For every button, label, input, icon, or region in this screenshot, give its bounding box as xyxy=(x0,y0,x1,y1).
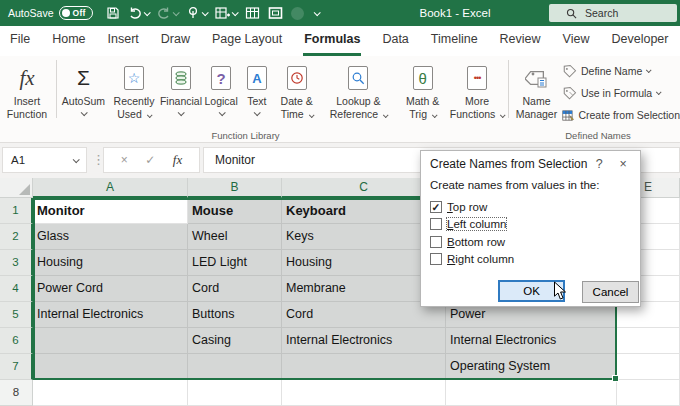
column-header-a[interactable]: A xyxy=(33,178,188,198)
text-button[interactable]: A Text xyxy=(240,56,273,130)
select-all-button[interactable] xyxy=(0,178,33,198)
option-bottom-row[interactable]: Bottom row xyxy=(430,233,640,251)
cell-B7[interactable] xyxy=(188,354,282,380)
tab-formulas[interactable]: Formulas xyxy=(303,26,361,56)
cell-C6[interactable]: Internal Electronics xyxy=(282,328,446,354)
financial-button[interactable]: Financial xyxy=(160,56,202,130)
tab-timeline[interactable]: Timeline xyxy=(430,26,479,56)
tab-insert[interactable]: Insert xyxy=(107,26,140,56)
cell-B3[interactable]: LED Light xyxy=(188,250,282,276)
row-header-7[interactable]: 7 xyxy=(0,354,33,380)
undo-button[interactable] xyxy=(125,2,152,24)
row-header-4[interactable]: 4 xyxy=(0,276,33,302)
autosum-button[interactable]: Σ AutoSum xyxy=(59,56,108,130)
create-from-selection-button[interactable]: Create from Selection xyxy=(562,106,680,124)
search-box[interactable]: Search xyxy=(549,4,677,22)
chevron-down-icon xyxy=(432,112,438,118)
chevron-down-icon xyxy=(143,9,150,16)
checkbox-unchecked-icon[interactable] xyxy=(430,253,442,265)
cell-C7[interactable] xyxy=(282,354,446,380)
chevron-down-icon xyxy=(308,112,314,118)
touch-mouse-mode-button[interactable] xyxy=(183,2,210,24)
search-label: Search xyxy=(585,7,618,19)
option-left-column[interactable]: Left column xyxy=(430,216,640,234)
cell-B4[interactable]: Cord xyxy=(188,276,282,302)
tab-file[interactable]: File xyxy=(9,26,31,56)
cell-C8[interactable] xyxy=(282,380,446,406)
tab-developer[interactable]: Developer xyxy=(610,26,669,56)
table-format-button[interactable] xyxy=(242,2,263,24)
button-label: Text xyxy=(247,95,266,108)
autosave-toggle[interactable]: Off xyxy=(59,6,93,20)
tab-draw[interactable]: Draw xyxy=(160,26,191,56)
checkbox-unchecked-icon[interactable] xyxy=(430,236,442,248)
borders-button[interactable] xyxy=(265,2,286,24)
cell-B8[interactable] xyxy=(188,380,282,406)
use-in-formula-button[interactable]: Use in Formula xyxy=(562,84,680,102)
column-header-b[interactable]: B xyxy=(188,178,282,198)
insert-function-button[interactable]: fx Insert Function xyxy=(0,56,54,130)
row-header-6[interactable]: 6 xyxy=(0,328,33,354)
cell-B5[interactable]: Buttons xyxy=(188,302,282,328)
insert-cells-button[interactable] xyxy=(212,2,240,24)
cell-A6[interactable] xyxy=(33,328,188,354)
save-button[interactable] xyxy=(103,2,123,24)
cell-A8[interactable] xyxy=(33,380,188,406)
fill-handle[interactable] xyxy=(612,375,619,382)
cell-E6[interactable] xyxy=(617,328,680,354)
name-manager-button[interactable]: Name Manager xyxy=(511,56,562,130)
checkbox-unchecked-icon[interactable] xyxy=(430,218,442,230)
text-a-icon: A xyxy=(252,71,261,86)
option-top-row[interactable]: ✓ Top row xyxy=(430,198,640,216)
ribbon: fx Insert Function Σ AutoSum ☆ Recently … xyxy=(0,56,680,143)
date-time-button[interactable]: Date & Time xyxy=(274,56,320,130)
cell-E7[interactable] xyxy=(617,354,680,380)
cell-A4[interactable]: Power Cord xyxy=(33,276,188,302)
cell-B1[interactable]: Mouse xyxy=(188,198,282,224)
cell-A5[interactable]: Internal Electronics xyxy=(33,302,188,328)
cell-A3[interactable]: Housing xyxy=(33,250,188,276)
row-header-2[interactable]: 2 xyxy=(0,224,33,250)
row-header-3[interactable]: 3 xyxy=(0,250,33,276)
tab-home[interactable]: Home xyxy=(51,26,86,56)
tab-review[interactable]: Review xyxy=(499,26,542,56)
insert-function-fx-button[interactable]: fx xyxy=(173,152,182,168)
cell-B6[interactable]: Casing xyxy=(188,328,282,354)
customize-quick-access-button[interactable] xyxy=(309,2,322,24)
tab-view[interactable]: View xyxy=(562,26,591,56)
tab-data[interactable]: Data xyxy=(381,26,409,56)
cell-D7[interactable]: Operating System xyxy=(446,354,617,380)
row-header-5[interactable]: 5 xyxy=(0,302,33,328)
math-trig-button[interactable]: θ Math & Trig xyxy=(397,56,448,130)
cancel-entry-button[interactable]: × xyxy=(121,153,128,167)
name-box[interactable]: A1 xyxy=(2,147,87,173)
row-header-8[interactable]: 8 xyxy=(0,380,33,406)
more-functions-button[interactable]: ••• More Functions xyxy=(448,56,506,130)
tab-page-layout[interactable]: Page Layout xyxy=(211,26,283,56)
cell-A7[interactable] xyxy=(33,354,188,380)
toggle-knob-icon xyxy=(62,9,70,17)
close-button[interactable]: × xyxy=(611,157,635,171)
cell-D8[interactable] xyxy=(446,380,617,406)
chevron-down-icon xyxy=(73,156,80,163)
cell-B2[interactable]: Wheel xyxy=(188,224,282,250)
cell-D6[interactable]: Internal Electronics xyxy=(446,328,617,354)
cell-A1[interactable]: Monitor xyxy=(33,198,188,224)
ribbon-buttons-row: fx Insert Function Σ AutoSum ☆ Recently … xyxy=(0,56,680,130)
logical-button[interactable]: ? Logical xyxy=(202,56,240,130)
cell-E8[interactable] xyxy=(617,380,680,406)
checkbox-checked-icon[interactable]: ✓ xyxy=(430,201,442,213)
help-button[interactable]: ? xyxy=(587,157,611,171)
option-right-column[interactable]: Right column xyxy=(430,251,640,269)
lookup-reference-button[interactable]: Lookup & Reference xyxy=(320,56,397,130)
chevron-down-icon xyxy=(656,89,662,95)
row-header-1[interactable]: 1 xyxy=(0,198,33,224)
recently-used-button[interactable]: ☆ Recently Used xyxy=(108,56,160,130)
cell-A2[interactable]: Glass xyxy=(33,224,188,250)
enter-entry-button[interactable]: ✓ xyxy=(145,153,155,167)
redo-button[interactable] xyxy=(154,2,181,24)
account-button[interactable] xyxy=(288,2,307,24)
button-label: Function xyxy=(7,108,47,121)
cancel-button[interactable]: Cancel xyxy=(582,281,639,303)
define-name-button[interactable]: Define Name xyxy=(562,62,680,80)
